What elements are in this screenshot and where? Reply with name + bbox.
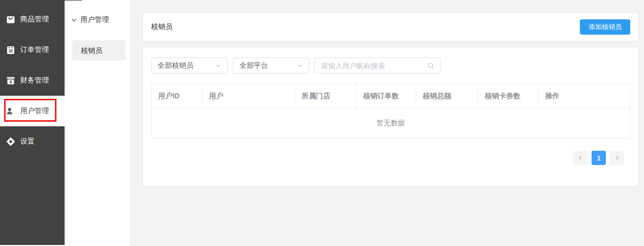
filter-row: 全部核销员 全部平台 xyxy=(151,58,630,74)
sidebar-item-label: 财务管理 xyxy=(20,76,49,85)
sidebar-item-label: 订单管理 xyxy=(20,45,49,54)
column-header-user-id: 用户ID xyxy=(152,84,202,108)
sidebar-item-orders[interactable]: 订单管理 xyxy=(0,35,65,65)
sidebar-item-users[interactable]: 用户管理 xyxy=(0,96,65,126)
sidebar-item-label: 设置 xyxy=(20,137,35,146)
primary-sidebar: 商品管理 订单管理 ¥ 财务管 xyxy=(0,0,65,246)
column-header-user: 用户 xyxy=(202,84,295,108)
page-header-card: 核销员 添加核销员 xyxy=(143,13,638,41)
search-box xyxy=(314,58,441,74)
order-icon xyxy=(6,45,16,55)
main-content: 核销员 添加核销员 全部核销员 全部平台 xyxy=(131,0,644,246)
page-number-button[interactable]: 1 xyxy=(592,151,606,165)
submenu-group-users[interactable]: 用户管理 xyxy=(65,15,130,24)
primary-sidebar-inner: 商品管理 订单管理 ¥ 财务管 xyxy=(0,0,65,245)
next-page-button[interactable] xyxy=(610,151,624,165)
finance-icon: ¥ xyxy=(6,75,16,86)
prev-page-button[interactable] xyxy=(573,151,588,165)
sidebar-item-finance[interactable]: ¥ 财务管理 xyxy=(0,65,65,96)
add-verifier-button[interactable]: 添加核销员 xyxy=(580,19,630,35)
column-header-store: 所属门店 xyxy=(295,84,357,108)
sidebar-item-label: 商品管理 xyxy=(20,15,49,24)
chevron-down-icon xyxy=(297,63,303,69)
page-title: 核销员 xyxy=(151,22,172,32)
empty-state-text: 暂无数据 xyxy=(152,108,630,139)
column-header-total-amount: 核销总额 xyxy=(416,84,478,108)
empty-row: 暂无数据 xyxy=(152,108,630,139)
column-header-coupon-count: 核销卡券数 xyxy=(478,84,539,108)
platform-select-value: 全部平台 xyxy=(240,61,268,70)
search-icon[interactable] xyxy=(427,62,434,69)
chevron-down-icon xyxy=(71,17,77,23)
column-header-order-count: 核销订单数 xyxy=(357,84,416,108)
sidebar-item-label: 用户管理 xyxy=(20,106,49,116)
chevron-down-icon xyxy=(215,63,221,69)
verifier-select-value: 全部核销员 xyxy=(158,61,193,70)
search-input[interactable] xyxy=(321,62,427,70)
gear-icon xyxy=(6,136,16,147)
platform-select[interactable]: 全部平台 xyxy=(233,58,309,74)
user-icon xyxy=(6,106,16,116)
column-header-actions: 操作 xyxy=(539,84,630,108)
content-card: 全部核销员 全部平台 xyxy=(143,48,638,186)
submenu-item-verifier[interactable]: 核销员 xyxy=(72,40,126,61)
bag-icon xyxy=(6,14,16,24)
table-header-row: 用户ID 用户 所属门店 核销订单数 核销总额 核销卡券数 操作 xyxy=(152,84,630,108)
verifier-table: 用户ID 用户 所属门店 核销订单数 核销总额 核销卡券数 操作 暂无数据 xyxy=(151,84,630,139)
submenu-group-label: 用户管理 xyxy=(80,15,109,24)
pagination: 1 xyxy=(151,151,630,165)
sidebar-item-products[interactable]: 商品管理 xyxy=(0,4,65,35)
secondary-sidebar: 用户管理 核销员 xyxy=(65,0,131,246)
verifier-select[interactable]: 全部核销员 xyxy=(151,58,228,74)
svg-text:¥: ¥ xyxy=(10,79,12,85)
sidebar-item-settings[interactable]: 设置 xyxy=(0,126,65,157)
partial-divider xyxy=(65,0,82,1)
